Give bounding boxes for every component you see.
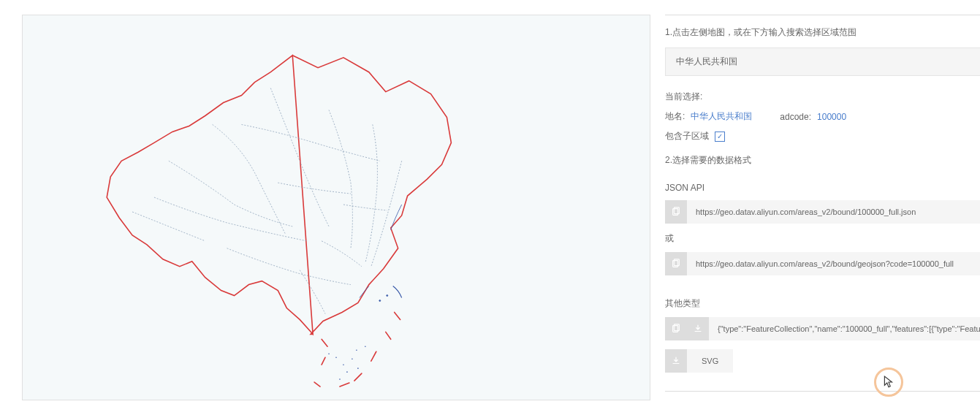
svg-point-17: [356, 349, 357, 351]
download-icon: [693, 324, 703, 334]
current-selection-row: 当前选择:: [665, 91, 980, 103]
bottom-divider: [665, 391, 980, 392]
svg-point-13: [346, 371, 348, 373]
svg-line-9: [322, 357, 325, 365]
svg-line-3: [386, 332, 391, 339]
region-select-value: 中华人民共和国: [676, 56, 737, 68]
svg-point-10: [335, 357, 337, 358]
geojson-text[interactable]: {"type":"FeatureCollection","name":"1000…: [709, 317, 980, 340]
download-icon: [671, 356, 681, 366]
name-label: 地名:: [665, 110, 685, 123]
step1-label: 1.点击左侧地图，或在下方输入搜索选择区域范围: [665, 26, 980, 39]
svg-point-18: [365, 346, 366, 347]
svg-line-8: [322, 339, 327, 346]
province-borders: [132, 88, 402, 314]
copy-icon: [671, 324, 681, 334]
name-value[interactable]: 中华人民共和国: [691, 110, 752, 123]
national-border: [107, 56, 451, 335]
china-map-svg: [23, 15, 650, 400]
svg-point-1: [379, 300, 381, 302]
step2-label: 2.选择需要的数据格式: [665, 154, 980, 167]
copy-button-1[interactable]: [665, 200, 687, 224]
include-children-label: 包含子区域: [665, 130, 709, 142]
copy-icon: [671, 207, 681, 217]
region-select[interactable]: 中华人民共和国 ﹀: [665, 47, 980, 76]
other-types-label: 其他类型: [665, 297, 980, 310]
name-adcode-row: 地名: 中华人民共和国 adcode: 100000: [665, 110, 980, 123]
svg-point-16: [339, 378, 341, 380]
geojson-row: {"type":"FeatureCollection","name":"1000…: [665, 317, 980, 340]
download-button-1[interactable]: [687, 317, 709, 340]
svg-point-11: [343, 364, 344, 365]
svg-label[interactable]: SVG: [687, 349, 733, 373]
svg-point-0: [387, 295, 388, 297]
url1-text[interactable]: https://geo.datav.aliyun.com/areas_v2/bo…: [687, 200, 980, 224]
url1-row: https://geo.datav.aliyun.com/areas_v2/bo…: [665, 200, 980, 224]
svg-line-6: [340, 383, 349, 387]
map-canvas[interactable]: [22, 15, 650, 400]
adcode-value[interactable]: 100000: [817, 112, 846, 122]
or-label: 或: [665, 232, 980, 245]
copy-button-3[interactable]: [665, 317, 687, 340]
svg-point-12: [352, 358, 353, 359]
svg-point-15: [328, 353, 330, 354]
current-selection-label: 当前选择:: [665, 91, 702, 103]
south-sea-dashes: [314, 312, 400, 387]
json-api-label: JSON API: [665, 183, 980, 193]
svg-line-5: [354, 373, 362, 381]
copy-icon: [671, 259, 681, 269]
include-children-checkbox[interactable]: ✓: [715, 132, 725, 142]
download-button-svg[interactable]: [665, 349, 687, 373]
svg-row: SVG: [665, 349, 980, 373]
svg-line-7: [314, 382, 320, 387]
svg-point-14: [357, 368, 359, 369]
side-panel: 1.点击左侧地图，或在下方输入搜索选择区域范围 中华人民共和国 ﹀ 当前选择: …: [665, 15, 980, 400]
svg-line-4: [371, 351, 376, 361]
include-children-row: 包含子区域 ✓: [665, 130, 980, 142]
url2-text[interactable]: https://geo.datav.aliyun.com/areas_v2/bo…: [687, 252, 980, 275]
url2-row: https://geo.datav.aliyun.com/areas_v2/bo…: [665, 252, 980, 275]
copy-button-2[interactable]: [665, 252, 687, 275]
adcode-label: adcode:: [780, 112, 811, 122]
svg-line-2: [395, 312, 400, 319]
